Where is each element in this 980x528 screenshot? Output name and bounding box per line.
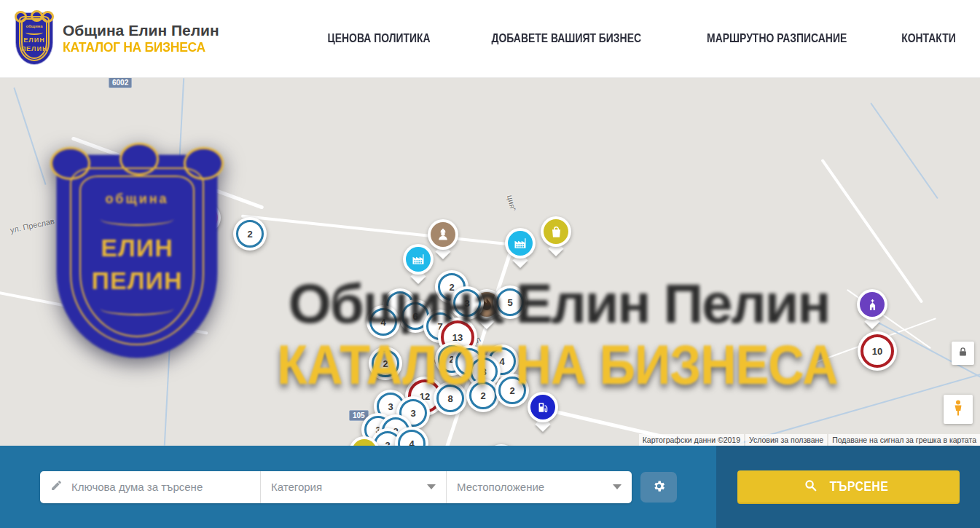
lock-control-button[interactable]: [952, 342, 974, 365]
search-icon: [804, 479, 817, 495]
chevron-down-icon: [427, 484, 436, 489]
map-stream: [870, 103, 938, 199]
category-dropdown[interactable]: Категория: [260, 471, 446, 503]
search-fields: Категория Местоположение: [40, 471, 632, 503]
pencil-icon: [50, 479, 63, 494]
chevron-down-icon: [613, 484, 622, 489]
advanced-search-button[interactable]: [640, 472, 677, 503]
watermark-crest-ornament: [101, 213, 173, 226]
watermark-subtitle: КАТАЛОГ НА БИЗНЕСА: [277, 333, 837, 396]
padlock-icon: [957, 347, 968, 360]
nav-pricing-policy[interactable]: ЦЕНОВА ПОЛИТИКА: [328, 31, 431, 46]
gear-icon: [652, 479, 666, 495]
map-road: [241, 215, 524, 248]
map-attribution: Картографски данни ©2019 Условия за полз…: [639, 434, 980, 446]
search-button[interactable]: ТЪРСЕНЕ: [737, 470, 960, 504]
nav-add-your-business[interactable]: ДОБАВЕТЕ ВАШИЯТ БИЗНЕС: [492, 31, 641, 46]
pin-marker-fuel[interactable]: [528, 392, 558, 434]
cluster-marker[interactable]: 2: [233, 217, 267, 251]
map-data-copyright: Картографски данни ©2019: [639, 434, 744, 446]
location-dropdown[interactable]: Местоположение: [446, 471, 632, 503]
street-name-label: ул. Преслав: [9, 216, 55, 235]
pin-marker-factory[interactable]: [505, 228, 536, 270]
site-subtitle: КАТАЛОГ НА БИЗНЕСА: [63, 39, 206, 55]
cluster-marker[interactable]: 10: [858, 331, 897, 371]
street-name-label: ция“: [506, 194, 517, 212]
brand[interactable]: община ЕЛИН ПЕЛИН Община Елин Пелин КАТА…: [16, 13, 219, 64]
watermark-crest-name1: ЕЛИН: [101, 232, 173, 264]
site-title: Община Елин Пелин: [63, 22, 219, 39]
watermark-crest: община ЕЛИН ПЕЛИН: [57, 155, 217, 358]
map-road: [820, 159, 923, 304]
google-map[interactable]: 6002105ул. Преславбул. „Новоселция“ 3251…: [0, 78, 980, 446]
watermark-title: Община Елин Пелин: [289, 272, 830, 335]
main-navigation: ЦЕНОВА ПОЛИТИКА ДОБАВЕТЕ ВАШИЯТ БИЗНЕС М…: [316, 31, 962, 46]
watermark-crest-ornament: [101, 302, 173, 315]
site-header: община ЕЛИН ПЕЛИН Община Елин Пелин КАТА…: [0, 0, 980, 78]
pin-marker-church[interactable]: [857, 289, 887, 331]
keyword-field: [40, 471, 260, 503]
watermark-crest-top: община: [105, 192, 168, 207]
report-map-error-link[interactable]: Подаване на сигнал за грешка в картата: [828, 434, 980, 446]
map-stream: [13, 87, 46, 185]
search-button-panel: ТЪРСЕНЕ: [716, 446, 980, 528]
nav-route-schedule[interactable]: МАРШРУТНО РАЗПИСАНИЕ: [707, 31, 847, 46]
pegman-button[interactable]: [944, 395, 973, 424]
crest-name-line1: ЕЛИН: [23, 36, 44, 44]
watermark-crest-name2: ПЕЛИН: [92, 264, 183, 296]
search-bar: ТЪРСЕНЕ Категория Местоположение: [0, 446, 980, 528]
road-number-badge: 6002: [109, 78, 132, 88]
nav-contacts[interactable]: КОНТАКТИ: [901, 31, 956, 46]
pin-marker-bag[interactable]: [349, 436, 380, 446]
keyword-search-input[interactable]: [70, 480, 250, 494]
pin-marker-bag[interactable]: [541, 216, 571, 259]
location-dropdown-value: Местоположение: [457, 481, 544, 493]
crest-top-text: община: [26, 24, 42, 28]
search-button-label: ТЪРСЕНЕ: [829, 479, 888, 494]
crest-name-line2: ПЕЛИН: [21, 45, 48, 53]
pegman-icon: [949, 399, 967, 419]
crest-ornament: [26, 30, 43, 35]
terms-of-use-link[interactable]: Условия за ползване: [745, 434, 827, 446]
category-dropdown-value: Категория: [271, 481, 322, 493]
municipality-crest-logo: община ЕЛИН ПЕЛИН: [16, 13, 52, 64]
